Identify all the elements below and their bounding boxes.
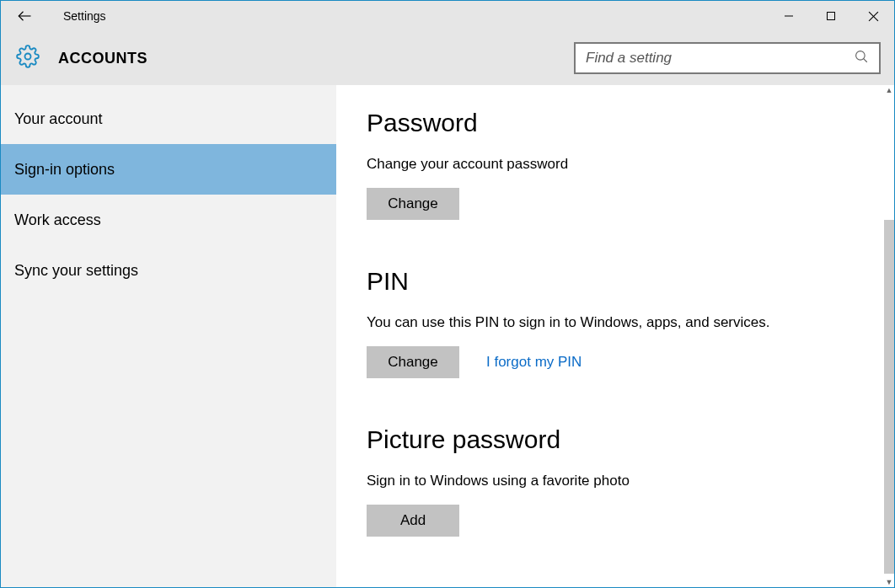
sidebar-item-label: Work access	[14, 211, 101, 229]
scrollbar-thumb[interactable]	[884, 220, 894, 574]
close-icon	[868, 11, 879, 22]
section-picture-password: Picture password Sign in to Windows usin…	[367, 425, 894, 537]
scroll-down-arrow[interactable]: ▼	[884, 577, 894, 587]
header: ACCOUNTS	[1, 31, 894, 85]
body: Your account Sign-in options Work access…	[1, 85, 894, 587]
section-pin: PIN You can use this PIN to sign in to W…	[367, 267, 894, 378]
sidebar-item-sign-in-options[interactable]: Sign-in options	[1, 144, 336, 195]
maximize-button[interactable]	[810, 1, 852, 31]
section-heading: PIN	[367, 267, 894, 296]
sidebar: Your account Sign-in options Work access…	[1, 85, 336, 587]
svg-rect-2	[828, 13, 835, 20]
section-password: Password Change your account password Ch…	[367, 109, 894, 220]
sidebar-item-work-access[interactable]: Work access	[1, 195, 336, 245]
gear-icon	[16, 45, 40, 72]
window-title: Settings	[63, 9, 106, 23]
search-input[interactable]	[586, 50, 854, 67]
password-change-button[interactable]: Change	[367, 188, 459, 220]
pin-change-button[interactable]: Change	[367, 346, 459, 378]
sidebar-item-sync-settings[interactable]: Sync your settings	[1, 245, 336, 296]
main-content: Password Change your account password Ch…	[336, 85, 894, 587]
sidebar-item-label: Sync your settings	[14, 262, 138, 280]
svg-line-7	[864, 59, 867, 62]
back-button[interactable]	[9, 1, 40, 31]
maximize-icon	[826, 11, 836, 21]
svg-point-5	[25, 54, 31, 60]
window-controls	[768, 1, 894, 31]
search-box[interactable]	[574, 42, 881, 74]
section-desc: Sign in to Windows using a favorite phot…	[367, 473, 894, 489]
section-desc: You can use this PIN to sign in to Windo…	[367, 314, 894, 331]
minimize-button[interactable]	[768, 1, 810, 31]
titlebar: Settings	[1, 1, 894, 31]
search-icon	[854, 49, 869, 67]
scroll-up-arrow[interactable]: ▲	[884, 85, 894, 95]
picture-password-add-button[interactable]: Add	[367, 505, 459, 537]
sidebar-item-label: Sign-in options	[14, 161, 115, 179]
section-desc: Change your account password	[367, 156, 894, 173]
svg-point-6	[856, 51, 866, 61]
close-button[interactable]	[852, 1, 894, 31]
sidebar-item-your-account[interactable]: Your account	[1, 94, 336, 144]
section-heading: Password	[367, 109, 894, 137]
sidebar-item-label: Your account	[14, 110, 102, 128]
arrow-left-icon	[17, 8, 32, 24]
minimize-icon	[784, 11, 794, 21]
section-title: ACCOUNTS	[58, 50, 147, 67]
forgot-pin-link[interactable]: I forgot my PIN	[486, 354, 581, 371]
section-heading: Picture password	[367, 425, 894, 454]
